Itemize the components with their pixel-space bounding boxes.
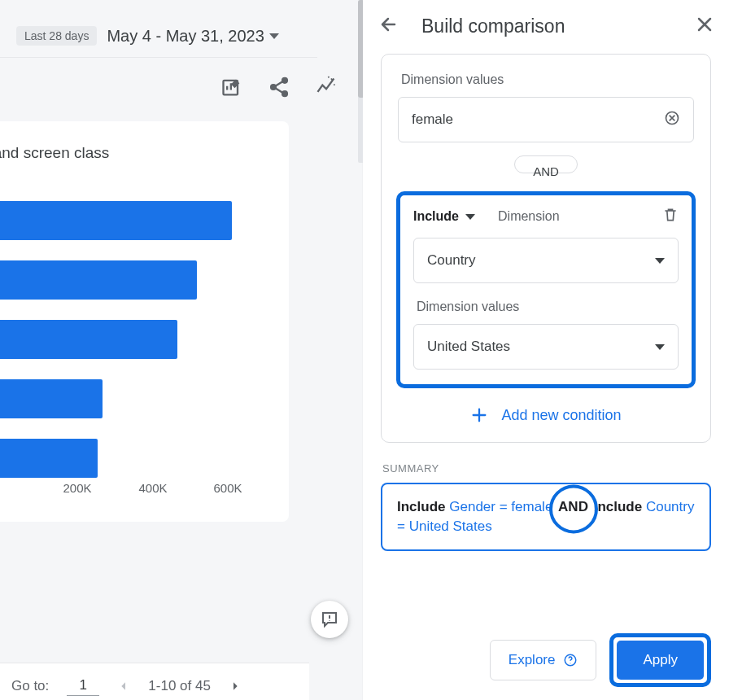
include-label: Include	[413, 209, 459, 224]
page-input[interactable]	[67, 676, 99, 696]
chart-x-axis: 200K 400K 600K	[0, 470, 279, 502]
dimension-values-label: Dimension values	[401, 72, 694, 87]
insights-icon[interactable]	[315, 76, 338, 102]
condition-block-highlighted: Include Dimension Country Dimension valu…	[396, 191, 696, 388]
summary-and-operator: AND	[547, 497, 600, 517]
chart-bar	[0, 201, 232, 240]
dimension-select[interactable]: Country	[413, 238, 679, 283]
chart-bar	[0, 320, 177, 359]
goto-label: Go to:	[11, 678, 49, 694]
bar-chart	[0, 201, 279, 470]
dimension-value-text: female	[412, 112, 453, 128]
back-button[interactable]	[379, 15, 399, 37]
caret-down-icon	[269, 33, 279, 39]
summary-condition: Gender = female	[449, 499, 552, 514]
dimension-values-label: Dimension values	[417, 300, 679, 314]
pagination-range: 1-10 of 45	[148, 678, 211, 694]
explore-label: Explore	[509, 652, 556, 668]
summary-include: Include	[397, 499, 446, 514]
date-range-label: Last 28 days	[16, 26, 97, 46]
dimension-value-select[interactable]: United States	[413, 324, 679, 370]
chart-title: ath and screen class	[0, 144, 279, 162]
x-tick: 400K	[138, 481, 167, 495]
explore-button[interactable]: Explore	[490, 640, 597, 680]
caret-down-icon	[655, 344, 665, 350]
and-operator-chip: AND	[514, 155, 578, 173]
caret-down-icon	[655, 258, 665, 264]
add-condition-button[interactable]: Add new condition	[398, 388, 694, 426]
apply-highlight: Apply	[609, 633, 711, 687]
x-tick: 200K	[63, 481, 91, 495]
summary-box: Include Gender = female AND Include Coun…	[381, 483, 711, 551]
date-range-picker[interactable]: May 4 - May 31, 2023	[107, 27, 278, 46]
dimension-selected: Country	[427, 252, 476, 269]
customize-report-icon[interactable]	[220, 76, 243, 102]
dimension-value-selected: United States	[427, 339, 510, 355]
dimension-header-label: Dimension	[498, 209, 560, 224]
date-range-text: May 4 - May 31, 2023	[107, 27, 264, 46]
add-condition-label: Add new condition	[501, 407, 621, 424]
chart-bar	[0, 379, 103, 418]
dimension-value-input[interactable]: female	[398, 97, 694, 142]
delete-condition-icon[interactable]	[662, 207, 679, 226]
chart-card: ath and screen class 200K 400K 600K	[0, 121, 289, 522]
close-button[interactable]	[695, 15, 714, 37]
plus-icon	[470, 406, 488, 424]
clear-chip-icon[interactable]	[664, 110, 680, 130]
apply-button[interactable]: Apply	[617, 641, 704, 680]
panel-title: Build comparison	[421, 15, 672, 37]
share-icon[interactable]	[268, 76, 290, 102]
x-tick: 600K	[213, 481, 242, 495]
chevron-right-icon[interactable]	[229, 680, 242, 693]
conditions-card: Dimension values female AND Include Dime…	[381, 54, 711, 443]
pagination: Go to: 1-10 of 45	[0, 663, 309, 700]
feedback-button[interactable]	[311, 601, 348, 638]
caret-down-icon	[465, 214, 475, 220]
include-exclude-dropdown[interactable]: Include	[413, 209, 475, 224]
summary-include: Include	[594, 499, 643, 514]
chart-bar	[0, 260, 197, 300]
help-icon	[563, 653, 578, 667]
chevron-left-icon[interactable]	[117, 680, 130, 693]
summary-heading: SUMMARY	[382, 462, 711, 475]
